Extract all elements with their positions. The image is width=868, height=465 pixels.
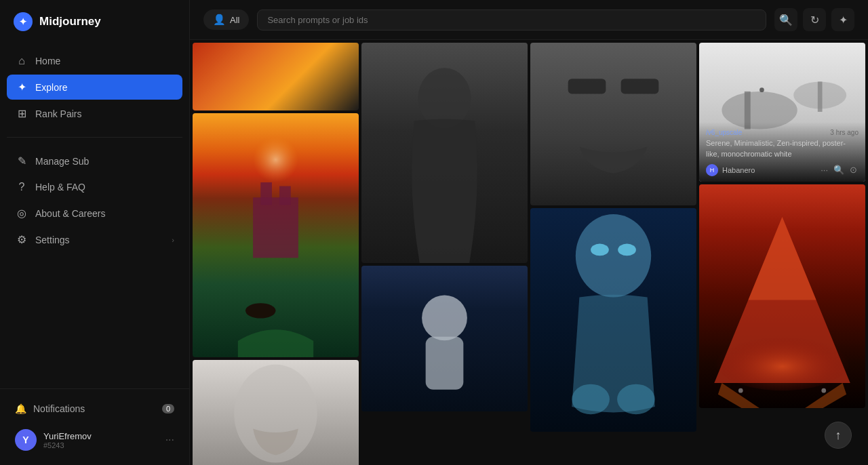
gallery-item[interactable]: [193, 360, 359, 465]
svg-point-25: [821, 388, 826, 393]
gallery-item[interactable]: [530, 208, 696, 432]
filter-all-button[interactable]: 👤 All: [203, 9, 249, 30]
refresh-button[interactable]: ↻: [803, 8, 826, 31]
item-overlay: /v6_upscale 3 hrs ago Serene, Minimalist…: [699, 122, 865, 182]
svg-rect-19: [818, 81, 823, 112]
sidebar-bottom: 🔔 Notifications 0 Y YuriEfremov #5243 ··…: [0, 388, 189, 465]
notifications-label: Notifications: [33, 403, 85, 414]
svg-rect-10: [621, 79, 659, 94]
svg-point-7: [422, 295, 467, 340]
item-username: Habanero: [722, 166, 815, 174]
logo-icon: ✦: [14, 12, 33, 31]
item-command: /v6_upscale: [706, 129, 742, 136]
svg-point-24: [738, 388, 743, 393]
sidebar: ✦ Midjourney ⌂ Home ✦ Explore ⊞ Rank Pai…: [0, 0, 190, 465]
bell-icon: 🔔: [15, 403, 26, 414]
svg-rect-3: [279, 186, 291, 205]
svg-point-12: [591, 244, 609, 256]
gallery-item[interactable]: [361, 266, 528, 411]
item-description: Serene, Minimalistic, Zen-inspired, post…: [706, 138, 859, 159]
user-profile-row[interactable]: Y YuriEfremov #5243 ···: [7, 423, 182, 457]
avatar-letter: Y: [22, 434, 28, 445]
search-similar-button[interactable]: 🔍: [832, 163, 846, 176]
notifications-badge: 0: [162, 404, 174, 413]
sidebar-item-label: About & Careers: [35, 208, 106, 219]
user-info: YuriEfremov #5243: [43, 431, 159, 449]
sidebar-item-help-faq[interactable]: ? Help & FAQ: [7, 175, 182, 199]
gallery-item[interactable]: /v6_upscale 3 hrs ago Serene, Minimalist…: [699, 43, 865, 182]
rank-icon: ⊞: [15, 107, 28, 120]
sidebar-item-label: Settings: [35, 235, 70, 245]
sidebar-item-label: Rank Pairs: [35, 108, 81, 119]
sidebar-item-home[interactable]: ⌂ Home: [7, 49, 182, 73]
scroll-up-button[interactable]: ↑: [825, 422, 852, 449]
explore-icon: ✦: [15, 81, 28, 94]
nav-primary: ⌂ Home ✦ Explore ⊞ Rank Pairs: [0, 43, 189, 132]
item-cmd-row: /v6_upscale 3 hrs ago: [706, 129, 859, 136]
sidebar-item-label: Manage Sub: [35, 156, 89, 167]
sidebar-item-label: Explore: [35, 82, 67, 93]
help-icon: ?: [15, 181, 28, 193]
sidebar-item-explore[interactable]: ✦ Explore: [7, 75, 182, 100]
sidebar-item-manage-sub[interactable]: ✎ Manage Sub: [7, 148, 182, 174]
home-icon: ⌂: [15, 55, 28, 67]
item-footer: H Habanero ··· 🔍 ⊙: [706, 163, 859, 176]
topbar-icons: 🔍 ↻ ✦: [774, 8, 854, 31]
user-tag: #5243: [43, 441, 159, 449]
nav-divider: [7, 137, 182, 138]
bookmark-button[interactable]: ⊙: [848, 163, 859, 176]
item-actions: ··· 🔍 ⊙: [819, 163, 859, 176]
arrow-up-icon: ↑: [835, 428, 842, 443]
search-button[interactable]: 🔍: [774, 8, 797, 31]
sidebar-item-rank-pairs[interactable]: ⊞ Rank Pairs: [7, 101, 182, 126]
filter-icon: 👤: [213, 14, 226, 26]
user-menu-button[interactable]: ···: [165, 434, 174, 446]
about-icon: ◎: [15, 207, 28, 220]
gallery-item[interactable]: [530, 43, 696, 205]
svg-point-20: [760, 87, 764, 92]
avatar: Y: [15, 429, 37, 451]
svg-marker-22: [748, 217, 816, 300]
nav-secondary: ✎ Manage Sub ? Help & FAQ ◎ About & Care…: [0, 143, 189, 258]
svg-point-14: [572, 384, 610, 415]
item-time: 3 hrs ago: [830, 129, 859, 136]
svg-rect-9: [568, 79, 606, 94]
masonry-grid: /v6_upscale 3 hrs ago Serene, Minimalist…: [190, 40, 868, 465]
gallery: /v6_upscale 3 hrs ago Serene, Minimalist…: [190, 40, 868, 465]
sparkle-button[interactable]: ✦: [831, 8, 854, 31]
svg-point-4: [245, 303, 276, 318]
svg-point-23: [714, 330, 850, 390]
more-button[interactable]: ···: [819, 163, 829, 176]
svg-point-15: [617, 384, 655, 415]
gallery-item[interactable]: [699, 184, 865, 408]
gallery-item[interactable]: [361, 43, 528, 263]
manage-icon: ✎: [15, 155, 28, 167]
user-name: YuriEfremov: [43, 431, 159, 441]
filter-label: All: [230, 15, 239, 25]
svg-rect-2: [260, 182, 272, 205]
sidebar-item-settings[interactable]: ⚙ Settings ›: [7, 227, 182, 252]
search-input[interactable]: [257, 9, 766, 31]
settings-icon: ⚙: [15, 233, 28, 246]
gallery-item[interactable]: [193, 43, 359, 110]
chevron-right-icon: ›: [172, 236, 174, 244]
app-name: Midjourney: [39, 15, 101, 28]
sidebar-item-label: Help & FAQ: [35, 182, 85, 193]
svg-rect-1: [253, 197, 298, 258]
topbar: 👤 All 🔍 ↻ ✦: [190, 0, 868, 40]
notifications-item[interactable]: 🔔 Notifications 0: [7, 397, 182, 420]
app-logo: ✦ Midjourney: [0, 0, 189, 43]
sidebar-item-about-careers[interactable]: ◎ About & Careers: [7, 201, 182, 226]
main-content: 👤 All 🔍 ↻ ✦: [190, 0, 868, 465]
svg-rect-8: [426, 337, 464, 390]
gallery-item[interactable]: [193, 113, 359, 357]
svg-point-13: [618, 244, 636, 256]
item-user-avatar: H: [706, 164, 718, 176]
sidebar-item-label: Home: [35, 56, 60, 66]
svg-point-11: [576, 214, 651, 298]
